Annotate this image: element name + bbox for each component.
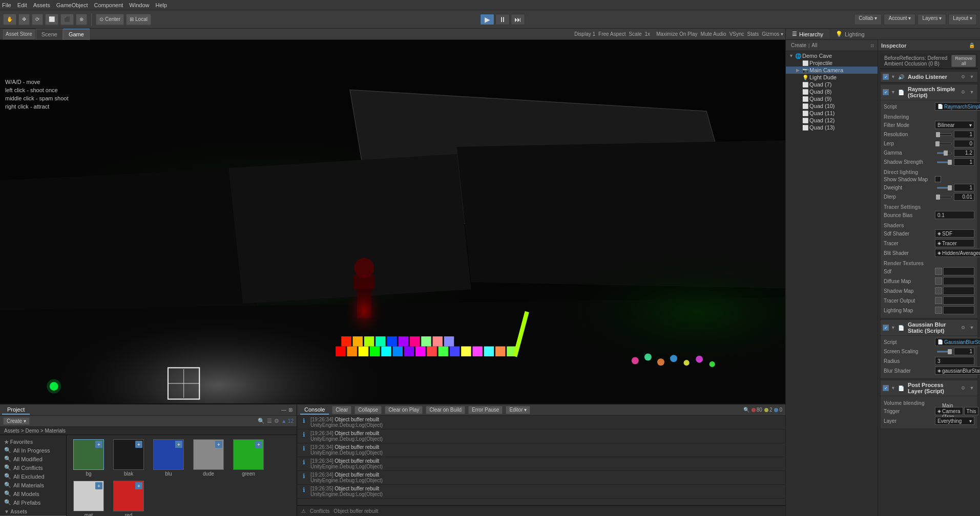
field-objref[interactable]: ◈ Hidden/AveragedMultiply: [935, 249, 980, 257]
local-btn[interactable]: ⊞ Local: [126, 14, 151, 25]
script-value[interactable]: 📄 GaussianBlurStatic: [935, 338, 980, 346]
comp-settings-icon[interactable]: ⚙: [960, 324, 967, 331]
field-slider[interactable]: [937, 152, 952, 154]
hier-item-quad-(7)[interactable]: ⬜ Quad (7): [786, 81, 878, 88]
asset-store-tab[interactable]: Asset Store: [2, 29, 36, 40]
field-objref-extra[interactable]: This: [964, 407, 979, 415]
menu-component[interactable]: Component: [94, 2, 123, 8]
hier-close-icon[interactable]: ⊠: [870, 43, 874, 48]
display-selector[interactable]: Display 1: [574, 31, 595, 37]
menu-help[interactable]: Help: [155, 2, 167, 8]
file-item-blak[interactable]: + blak: [111, 439, 147, 477]
comp-enable-checkbox[interactable]: ✓: [883, 74, 889, 80]
field-dropdown[interactable]: Bilinear▾: [935, 121, 974, 129]
field-slider[interactable]: [937, 134, 952, 136]
comp-menu-icon[interactable]: ▼: [968, 384, 975, 392]
clear-btn[interactable]: Clear: [332, 406, 351, 414]
console-entry-2[interactable]: ℹ [19:26:34] Object buffer rebuilt Unity…: [297, 443, 785, 457]
remove-all-btn[interactable]: Remove all: [951, 55, 976, 67]
fav-all-prefabs[interactable]: 🔍 All Prefabs: [0, 498, 66, 507]
hier-item-projectile[interactable]: ⬜ Projectile: [786, 59, 878, 67]
field-objref[interactable]: ◈ Tracer: [935, 239, 974, 247]
file-add-btn[interactable]: +: [175, 441, 182, 448]
comp-menu-icon[interactable]: ▼: [968, 89, 975, 96]
error-pause-btn[interactable]: Error Pause: [468, 406, 503, 414]
layers-button[interactable]: Layers ▾: [918, 14, 946, 25]
field-checkbox[interactable]: [935, 176, 941, 182]
comp-menu-icon[interactable]: ▼: [968, 73, 975, 80]
comp-header-post-process-layer-(script)[interactable]: ✓ ▼ 📄 Post Process Layer (Script) ⚙ ▼: [881, 380, 977, 396]
console-entry-3[interactable]: ℹ [19:26:34] Object buffer rebuilt Unity…: [297, 457, 785, 471]
file-add-btn[interactable]: +: [95, 441, 102, 448]
fav-all-in-progress[interactable]: 🔍 All In Progress: [0, 446, 66, 455]
comp-enable-checkbox[interactable]: ✓: [883, 89, 889, 95]
comp-settings-icon[interactable]: ⚙: [960, 89, 967, 96]
comp-enable-checkbox[interactable]: ✓: [883, 325, 889, 331]
scale-tool-btn[interactable]: ⬜: [45, 14, 58, 25]
file-item-mat[interactable]: + mat: [71, 481, 107, 516]
hier-item-demo-cave[interactable]: ▼ 🌐 Demo Cave: [786, 52, 878, 59]
editor-btn[interactable]: Editor ▾: [506, 406, 530, 414]
layout-button[interactable]: Layout ▾: [948, 14, 977, 25]
comp-header-audio-listener[interactable]: ✓ ▼ 🔊 Audio Listener ⚙ ▼: [881, 72, 977, 82]
hand-tool-btn[interactable]: ✋: [3, 14, 16, 25]
console-entry-5[interactable]: ℹ [19:26:35] Object buffer rebuilt Unity…: [297, 485, 785, 499]
project-tab[interactable]: Project: [2, 405, 30, 415]
fav-all-models[interactable]: 🔍 All Models: [0, 489, 66, 498]
console-entry-1[interactable]: ℹ [19:26:34] Object buffer rebuilt Unity…: [297, 429, 785, 443]
play-button[interactable]: ▶: [480, 14, 494, 25]
menu-file[interactable]: File: [2, 2, 11, 8]
console-entry-4[interactable]: ℹ [19:26:34] Object buffer rebuilt Unity…: [297, 471, 785, 485]
hier-item-quad-(11)[interactable]: ⬜ Quad (11): [786, 110, 878, 117]
account-button[interactable]: Account ▾: [884, 14, 915, 25]
gizmos[interactable]: Gizmos ▾: [762, 31, 783, 37]
menu-window[interactable]: Window: [129, 2, 149, 8]
mute-audio[interactable]: Mute Audio: [701, 31, 726, 37]
field-texref[interactable]: [943, 287, 974, 295]
hier-item-quad-(12)[interactable]: ⬜ Quad (12): [786, 117, 878, 124]
hierarchy-tab[interactable]: ☰ Hierarchy: [786, 30, 829, 38]
field-slider[interactable]: [937, 196, 952, 198]
create-btn[interactable]: Create ▾: [3, 417, 30, 425]
hier-item-quad-(13)[interactable]: ⬜ Quad (13): [786, 124, 878, 131]
scene-tab[interactable]: Scene: [36, 29, 63, 40]
field-slider[interactable]: [937, 161, 952, 163]
file-add-btn[interactable]: +: [135, 482, 142, 489]
hier-item-light-dude[interactable]: 💡 Light Dude: [786, 74, 878, 81]
move-tool-btn[interactable]: ✥: [18, 14, 30, 25]
comp-header-raymarch-simple-(script)[interactable]: ✓ ▼ 📄 Raymarch Simple (Script) ⚙ ▼: [881, 84, 977, 100]
hier-item-main-camera[interactable]: ▶ 📷 Main Camera: [786, 67, 878, 74]
create-hier-btn[interactable]: Create: [789, 42, 808, 49]
collab-button[interactable]: Collab ▾: [854, 14, 882, 25]
vsync[interactable]: VSync: [729, 31, 744, 37]
clear-on-play-btn[interactable]: Clear on Play: [385, 406, 423, 414]
menu-gameobject[interactable]: GameObject: [56, 2, 88, 8]
field-texref[interactable]: [943, 296, 974, 305]
rotate-tool-btn[interactable]: ⟳: [32, 14, 43, 25]
file-item-dude[interactable]: + dude: [191, 439, 226, 477]
aspect-selector[interactable]: Free Aspect: [598, 31, 625, 37]
menu-edit[interactable]: Edit: [17, 2, 27, 8]
comp-header-gaussian-blur-static-(script)[interactable]: ✓ ▼ 📄 Gaussian Blur Static (Script) ⚙ ▼: [881, 320, 977, 336]
game-tab[interactable]: Game: [63, 29, 90, 40]
file-item-blu[interactable]: + blu: [151, 439, 186, 477]
comp-settings-icon[interactable]: ⚙: [960, 384, 967, 392]
file-add-btn[interactable]: +: [215, 441, 222, 448]
file-item-bg[interactable]: + bg: [71, 439, 107, 477]
field-slider[interactable]: [937, 143, 952, 145]
file-item-red[interactable]: + red: [111, 481, 147, 516]
maximize-on-play[interactable]: Maximize On Play: [656, 31, 698, 37]
step-button[interactable]: ⏭: [511, 14, 525, 25]
fav-all-materials[interactable]: 🔍 All Materials: [0, 481, 66, 489]
console-tab[interactable]: Console: [300, 405, 329, 415]
rect-tool-btn[interactable]: ⬛: [60, 14, 74, 25]
project-maximize-btn[interactable]: ⊞: [288, 407, 293, 413]
clear-on-build-btn[interactable]: Clear on Build: [426, 406, 465, 414]
console-entry-0[interactable]: ℹ [19:26:34] Object buffer rebuilt Unity…: [297, 416, 785, 429]
field-dropdown[interactable]: Everything▾: [935, 417, 974, 425]
lighting-tab[interactable]: 💡 Lighting: [829, 30, 871, 38]
stats[interactable]: Stats: [747, 31, 759, 37]
comp-enable-checkbox[interactable]: ✓: [883, 385, 889, 391]
hier-item-quad-(10)[interactable]: ⬜ Quad (10): [786, 102, 878, 110]
comp-menu-icon[interactable]: ▼: [968, 324, 975, 331]
